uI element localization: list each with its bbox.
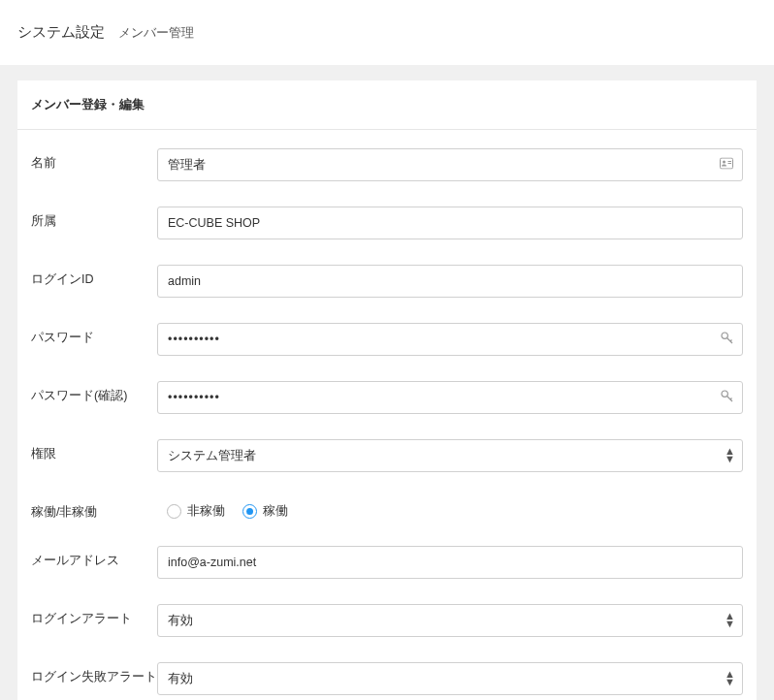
page-subtitle: メンバー管理 [118,24,194,42]
affiliation-input[interactable] [157,207,743,239]
page-header: システム設定 メンバー管理 [0,0,774,65]
row-authority: 権限 システム管理者 ▲▼ [31,427,743,485]
row-work-status: 稼働/非稼働 非稼働 稼働 [31,485,743,533]
member-form-card: メンバー登録・編集 名前 所属 ログインID パスワード [17,80,757,700]
row-login-id: ログインID [31,252,743,310]
label-login-fail-alert: ログイン失敗アラート [31,662,157,685]
radio-circle-checked-icon [242,504,257,519]
label-affiliation: 所属 [31,207,157,230]
label-name: 名前 [31,148,157,172]
label-login-id: ログインID [31,265,157,288]
radio-active[interactable]: 稼働 [242,503,288,520]
card-title: メンバー登録・編集 [17,80,757,130]
login-fail-alert-select[interactable]: 有効 [157,662,743,695]
row-email: メールアドレス [31,533,743,591]
row-password: パスワード [31,310,743,368]
login-alert-select[interactable]: 有効 [157,604,743,637]
label-login-alert: ログインアラート [31,604,157,627]
row-login-fail-alert: ログイン失敗アラート 有効 ▲▼ [31,650,743,700]
email-input[interactable] [157,546,743,579]
radio-label-inactive: 非稼働 [187,503,225,520]
row-login-alert: ログインアラート 有効 ▲▼ [31,591,743,650]
row-password-confirm: パスワード(確認) [31,368,743,427]
row-name: 名前 [31,136,743,194]
login-id-input[interactable] [157,265,743,298]
label-work-status: 稼働/非稼働 [31,497,157,521]
row-affiliation: 所属 [31,194,743,252]
authority-select[interactable]: システム管理者 [157,439,743,472]
radio-circle-icon [167,504,181,519]
label-password-confirm: パスワード(確認) [31,381,157,404]
password-confirm-input[interactable] [157,381,743,414]
name-input[interactable] [157,148,743,181]
radio-inactive[interactable]: 非稼働 [167,503,225,520]
form-body: 名前 所属 ログインID パスワード [17,130,757,700]
label-authority: 権限 [31,439,157,462]
radio-label-active: 稼働 [263,503,288,520]
work-status-radio-group: 非稼働 稼働 [157,497,743,520]
label-password: パスワード [31,323,157,346]
label-email: メールアドレス [31,546,157,569]
password-input[interactable] [157,323,743,356]
page-title: システム設定 [17,23,105,42]
